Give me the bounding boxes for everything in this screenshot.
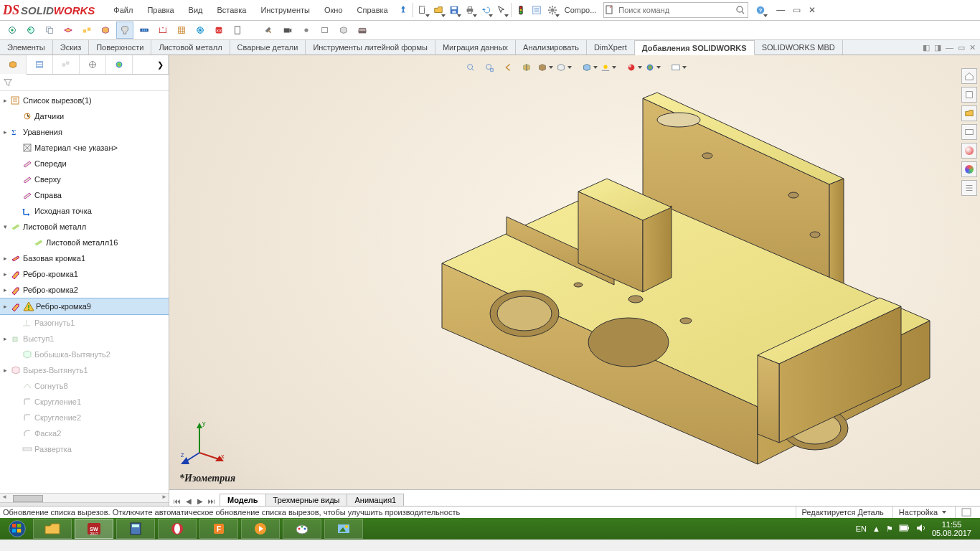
feature-tree[interactable]: ▸Список вырезов(1)Датчики▸ΣУравненияМате… xyxy=(0,91,169,493)
expander-icon[interactable]: ▾ xyxy=(1,223,9,230)
tree-item-6[interactable]: Справа xyxy=(0,187,169,203)
expander-icon[interactable]: ▸ xyxy=(1,335,9,342)
expander-icon[interactable]: ▸ xyxy=(1,97,9,104)
view-orient-icon[interactable] xyxy=(537,60,553,75)
tp-view-icon[interactable] xyxy=(961,124,977,140)
tb-box-icon[interactable] xyxy=(98,22,113,38)
tree-item-5[interactable]: Сверху xyxy=(0,171,169,187)
prev-view-icon[interactable] xyxy=(500,60,516,75)
task-media[interactable] xyxy=(241,519,280,539)
start-button[interactable] xyxy=(3,519,32,539)
compo-menu[interactable]: Compo... xyxy=(560,0,601,20)
new-file-icon[interactable] xyxy=(415,2,430,18)
tree-item-2[interactable]: ▸ΣУравнения xyxy=(0,124,169,140)
task-explorer[interactable] xyxy=(33,519,72,539)
maximize-button[interactable]: ▭ xyxy=(791,5,801,15)
tabs-prev-icon[interactable]: ◀ xyxy=(184,496,194,506)
save-icon[interactable] xyxy=(446,2,462,18)
doc-restore-right-icon[interactable]: ◨ xyxy=(934,43,941,52)
pin-icon[interactable] xyxy=(395,2,411,18)
expander-icon[interactable]: ▸ xyxy=(1,303,9,310)
tree-item-16[interactable]: Бобышка-Вытянуть2 xyxy=(0,347,169,362)
menu-вид[interactable]: Вид xyxy=(182,6,210,14)
task-photos[interactable] xyxy=(324,519,363,539)
select-icon[interactable] xyxy=(494,2,509,18)
tp-home-icon[interactable] xyxy=(961,68,977,84)
expander-icon[interactable]: ▸ xyxy=(1,367,9,374)
print-icon[interactable] xyxy=(462,2,478,18)
tb-dim-icon[interactable] xyxy=(155,22,171,38)
tree-item-7[interactable]: Исходная точка xyxy=(0,203,169,219)
tree-item-19[interactable]: Скругление1 xyxy=(0,394,169,410)
tree-item-4[interactable]: Спереди xyxy=(0,156,169,171)
cmdtab-9[interactable]: Добавления SOLIDWORKS xyxy=(635,40,755,55)
tray-clock[interactable]: 11:55 05.08.2017 xyxy=(932,520,971,537)
task-solidworks[interactable]: SW2017 xyxy=(75,519,113,539)
menu-справка[interactable]: Справка xyxy=(350,6,395,14)
tb-globe-icon[interactable] xyxy=(4,22,20,38)
tree-item-14[interactable]: Разогнуть1 xyxy=(0,315,169,331)
list-icon[interactable] xyxy=(529,2,545,18)
status-misc[interactable] xyxy=(955,507,977,518)
cmdtab-3[interactable]: Листовой металл xyxy=(151,40,230,55)
tb-camera-icon[interactable] xyxy=(280,22,296,38)
tabs-next-icon[interactable]: ▶ xyxy=(195,496,205,506)
tb-copy-icon[interactable] xyxy=(42,22,57,38)
fm-tab-dimxpert[interactable] xyxy=(80,55,106,74)
tb-hammer-icon[interactable] xyxy=(261,22,277,38)
task-paint[interactable] xyxy=(283,519,321,539)
expander-icon[interactable]: ▸ xyxy=(1,286,9,293)
tb-wheel-icon[interactable] xyxy=(192,22,208,38)
tray-lang[interactable]: EN xyxy=(856,524,867,533)
tree-item-12[interactable]: ▸Ребро-кромка2 xyxy=(0,282,169,298)
tp-folder-icon[interactable] xyxy=(961,105,977,121)
search-icon[interactable] xyxy=(735,4,746,16)
feature-filter-bar[interactable] xyxy=(0,75,169,91)
menu-правка[interactable]: Правка xyxy=(140,6,181,14)
tb-cubes-icon[interactable] xyxy=(79,22,95,38)
tree-item-22[interactable]: Развертка xyxy=(0,441,169,457)
tb-cube-icon[interactable] xyxy=(336,22,352,38)
tree-item-1[interactable]: Датчики xyxy=(0,108,169,124)
tree-item-0[interactable]: ▸Список вырезов(1) xyxy=(0,93,169,108)
tb-grid-icon[interactable] xyxy=(174,22,189,38)
menu-вставка[interactable]: Вставка xyxy=(209,6,253,14)
panel-split[interactable] xyxy=(0,502,169,506)
scroll-thumb[interactable] xyxy=(13,495,43,502)
zoom-area-icon[interactable] xyxy=(481,60,497,75)
tb-gear2-icon[interactable] xyxy=(298,22,314,38)
menu-файл[interactable]: Файл xyxy=(106,6,140,14)
cmdtab-5[interactable]: Инструменты литейной формы xyxy=(306,40,435,55)
tb-doc-icon[interactable] xyxy=(230,22,245,38)
section-view-icon[interactable] xyxy=(519,60,534,75)
task-opera[interactable] xyxy=(158,519,197,539)
minimize-button[interactable]: — xyxy=(776,5,786,15)
tray-flag-icon[interactable]: ⚑ xyxy=(886,524,893,534)
status-setting[interactable]: Настройка xyxy=(892,507,952,518)
tp-library-icon[interactable] xyxy=(961,87,977,103)
fm-tab-overflow[interactable]: ❯ xyxy=(152,55,169,74)
traffic-icon[interactable] xyxy=(513,2,529,18)
open-file-icon[interactable] xyxy=(430,2,446,18)
tp-ball2-icon[interactable] xyxy=(961,161,977,177)
undo-icon[interactable] xyxy=(478,2,494,18)
tb-measure-icon[interactable] xyxy=(136,22,152,38)
tp-list-icon[interactable] xyxy=(961,180,977,196)
viewport-3d[interactable]: y x z *Изометрия ⏮ ◀ ▶ ⏭ МодельТрехмерны… xyxy=(169,55,980,506)
scene-icon[interactable] xyxy=(600,60,616,75)
expander-icon[interactable]: ▸ xyxy=(1,255,9,262)
cmdtab-4[interactable]: Сварные детали xyxy=(230,40,306,55)
display-style-icon[interactable] xyxy=(556,60,572,75)
options-gear-icon[interactable] xyxy=(545,2,560,18)
view-tab-1[interactable]: Трехмерные виды xyxy=(265,494,348,506)
doc-restore-left-icon[interactable]: ◧ xyxy=(923,43,930,52)
tabs-first-icon[interactable]: ⏮ xyxy=(172,496,182,506)
cmdtab-6[interactable]: Миграция данных xyxy=(435,40,516,55)
fm-tab-appearance[interactable] xyxy=(106,55,133,74)
doc-minimize-button[interactable]: — xyxy=(946,43,953,52)
cmdtab-7[interactable]: Анализировать xyxy=(516,40,587,55)
hide-show-icon[interactable] xyxy=(582,60,598,75)
menu-окно[interactable]: Окно xyxy=(317,6,350,14)
cmdtab-10[interactable]: SOLIDWORKS MBD xyxy=(755,40,843,55)
task-fusion[interactable]: F xyxy=(199,519,238,539)
